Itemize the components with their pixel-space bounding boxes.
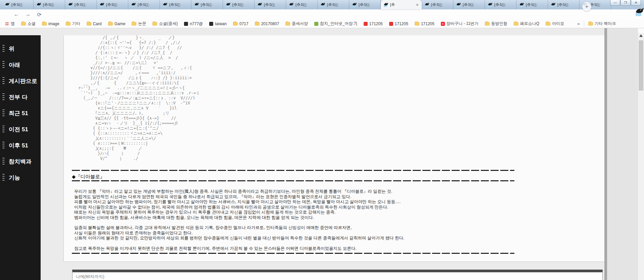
page-scroll-divider [604,28,607,280]
bookmarks-overflow-icon[interactable]: » [577,21,580,26]
tab[interactable]: [추적][/ [34,0,65,9]
bookmark-item[interactable]: 0717 [231,21,250,27]
sidebar-item-label: 위 [9,45,14,53]
sidebar-item[interactable]: 최근 51 [0,105,41,121]
sidebar-item[interactable]: 기능 [0,170,41,186]
tab[interactable]: [추적][/ [191,0,223,9]
page-viewport: 위아래게시판으로전부 다최근 51이전 51이후 51참치백과기능 /{ ,ノ{… [0,28,644,280]
bookmark-item[interactable]: 페르소나Q [512,20,541,27]
tab-title: [추적][/ [106,2,118,7]
tab[interactable]: [추적][/ [160,0,191,9]
reload-icon[interactable]: ⟳ [36,11,43,18]
bookmark-item[interactable]: 11장바구니 - 11번가 [439,20,480,27]
tuna-favicon [226,2,231,7]
tab[interactable]: [추적][/ [255,0,286,9]
maximize-button[interactable]: ❐ [620,0,631,6]
text-line: 참고로 폭주하는 욕망을 이겨내지 못하면 단순한 괴물로 전락할 뿐이기에, … [74,246,404,251]
folder-icon [233,22,238,26]
tab[interactable]: [추적][/ [97,0,128,9]
bookmark-item[interactable]: 앱 [3,20,16,27]
tab[interactable]: [추적][/ [349,0,381,9]
bookmark-item[interactable]: 참치_인터넷_어장:7| [313,20,359,27]
tab[interactable]: [추적][/ [548,0,580,9]
bookmark-item[interactable]: 동방인형 [483,20,509,27]
tab[interactable]: [추적][/ [2,0,34,9]
scroll-up-arrow-icon[interactable] [639,34,643,37]
bookmark-label: 장바구니 - 11번가 [447,21,478,27]
new-tab-button[interactable]: + [582,2,591,11]
sidebar-item[interactable]: 이전 51 [0,121,41,137]
name-input[interactable] [76,274,600,279]
browser-scrollbar[interactable] [638,28,644,280]
tab[interactable]: [추적][/ [223,0,255,9]
bookmark-item[interactable]: n777@ [182,21,204,27]
paragraph: 일종의 불확실한 설에 불과하나, 각종 고대 유적에서 발견된 석판 등의 기… [74,225,404,241]
scrollbar-thumb[interactable] [639,40,643,91]
folder-icon [152,22,157,26]
bookmark-label: 참치_인터넷_어장:7| [320,21,357,27]
close-button[interactable]: ✕ [631,0,641,6]
tab-title: [추적][/ [557,2,569,7]
sidebar-item[interactable]: 게시판으로 [0,73,41,89]
sidebar-item[interactable]: 전부 다 [0,89,41,105]
tab[interactable]: [추적][/ [453,0,485,9]
bookmark-item[interactable]: 아미모 [544,20,566,27]
bookmark-item[interactable]: taiwan [208,21,228,27]
tab-close-icon[interactable]: ✕ [415,3,420,7]
bookmark-item[interactable]: image [40,21,61,27]
bookmark-item[interactable]: 20170807 [253,21,281,27]
tab-title: [추적][/ [359,2,371,7]
section-title: ◆『디아블로』 [72,174,105,180]
bookmark-label: 논문 [138,21,146,27]
bookmark-item[interactable]: Game [106,21,127,27]
tab-title: [추 [390,2,395,7]
sidebar-item[interactable]: 위 [0,41,41,57]
back-icon[interactable]: ← [13,11,20,18]
site-favicon [209,22,213,26]
grip-dots-icon [2,60,5,69]
bookmark-item[interactable]: 171205 [413,21,436,27]
site-favicon [184,22,188,26]
tab[interactable]: [추적][/ [485,0,516,9]
tab[interactable]: [추적][/ [65,0,97,9]
bookmark-item[interactable]: Card [85,21,103,27]
bookmark-item[interactable]: 기타 [64,20,82,27]
text-line: 피를 빨아 마시고 살아야만 하는 뱀파이어, 정기를 빨아 마시고 살아야만 … [74,199,404,205]
bookmark-item[interactable]: 171205 [362,21,384,27]
tuna-favicon [194,2,199,7]
minimize-button[interactable]: — [610,0,620,6]
bookmark-item[interactable]: 중세서양 [284,20,310,27]
bookmark-label: 동방인형 [491,21,507,27]
bookmark-item[interactable]: 171205 [387,21,410,27]
folder-icon [42,22,47,26]
bookmark-label: 171205 [395,21,408,26]
bookmark-label: 중세서양 [292,21,308,27]
bookmark-item[interactable]: 소셜(중세) [151,20,179,27]
sidebar-item[interactable]: 참치백과 [0,153,41,170]
bookmark-label: taiwan [215,21,227,26]
tab-active[interactable]: [추✕ [381,0,422,9]
grip-dots-icon [2,157,5,166]
folder-icon [588,22,593,26]
other-bookmarks-button[interactable]: 기타 북마크 [595,21,616,27]
tab[interactable]: [추적][/ [422,0,453,9]
bookmark-label: n777@ [190,21,203,26]
bookmark-label: 소셜 [28,21,36,27]
grip-dots-icon [2,77,5,85]
page-right-gutter [607,28,638,280]
forward-icon[interactable]: → [24,11,32,18]
tab[interactable]: [추적][/ [128,0,160,9]
scrollbar-cap [638,28,644,33]
text-line: 우리가 보통 『악마』라고 알고 있는 개념에 부합하는 마인(魔人)형 종족.… [74,189,404,194]
sidebar-item[interactable]: 이후 51 [0,137,41,153]
tab[interactable]: [추적][/ [516,0,548,9]
bookmark-item[interactable]: 소셜 [19,20,37,27]
tab[interactable]: [추적][/ [318,0,349,9]
tuna-favicon [383,2,388,7]
sidebar-item[interactable]: 아래 [0,57,41,73]
folder-icon [108,22,113,26]
folder-icon [285,22,290,26]
tab[interactable]: [추적][/ [286,0,318,9]
bookmark-item[interactable]: 논문 [130,20,148,27]
bookmark-label: 앱 [11,21,15,27]
